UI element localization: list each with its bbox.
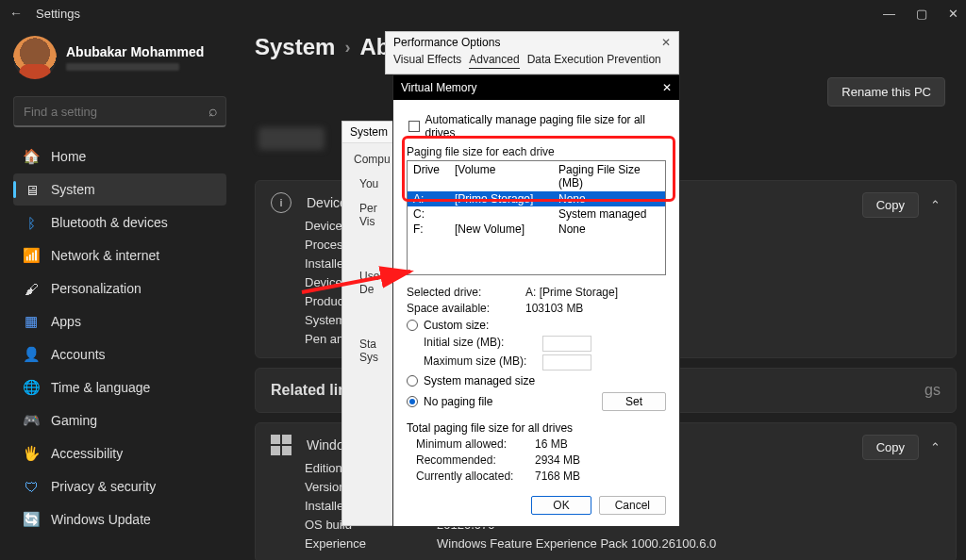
drive-row-a[interactable]: A: [Prime Storage] None [408, 191, 665, 206]
minimize-icon[interactable]: ― [883, 7, 895, 21]
sidebar-item-label: Personalization [51, 281, 142, 296]
system-managed-radio[interactable]: System managed size [407, 374, 666, 387]
back-icon[interactable]: ← [9, 6, 23, 21]
maximize-icon[interactable]: ▢ [916, 7, 927, 21]
search-box[interactable]: ⌕ [13, 96, 226, 127]
drive-row-f[interactable]: F: [New Volume] None [408, 222, 665, 237]
sidebar-item-gaming[interactable]: 🎮Gaming [13, 404, 226, 436]
min-value: 16 MB [535, 437, 568, 451]
sidebar-item-apps[interactable]: ▦Apps [13, 305, 226, 338]
max-size-input[interactable] [542, 354, 591, 371]
sidebar: Abubakar Mohammed ⌕ 🏠Home 🖥System ᛒBluet… [0, 25, 236, 560]
home-icon: 🏠 [23, 148, 40, 165]
close-icon[interactable]: ✕ [661, 36, 671, 49]
user-row[interactable]: Abubakar Mohammed [13, 30, 226, 92]
drive-row-c[interactable]: C: System managed [408, 206, 665, 222]
cell: [New Volume] [455, 222, 558, 236]
accessibility-icon: 🖐 [23, 445, 40, 462]
shield-icon: 🛡 [23, 478, 40, 495]
col-drive: Drive [413, 163, 455, 189]
cell: None [558, 192, 659, 206]
rename-pc-button[interactable]: Rename this PC [827, 77, 945, 107]
spec-label: Experience [305, 536, 399, 551]
initial-size-input[interactable] [542, 336, 591, 352]
sidebar-item-personalization[interactable]: 🖌Personalization [13, 272, 226, 305]
sidebar-item-home[interactable]: 🏠Home [13, 140, 226, 173]
set-button[interactable]: Set [602, 392, 666, 411]
drive-list-header: Drive [Volume Paging File Size (MB) [408, 161, 665, 191]
gamepad-icon: 🎮 [23, 412, 40, 429]
initial-size-label: Initial size (MB): [424, 336, 537, 352]
close-icon[interactable]: ✕ [662, 81, 672, 94]
chevron-up-icon[interactable]: ⌃ [930, 440, 941, 454]
info-icon: i [271, 192, 291, 213]
copy-label: Copy [876, 440, 905, 454]
tab-advanced[interactable]: Advanced [469, 53, 519, 69]
rec-value: 2934 MB [535, 453, 580, 467]
auto-manage-label: Automatically manage paging file size fo… [425, 113, 667, 140]
pc-name-redacted [258, 127, 325, 150]
user-name: Abubakar Mohammed [66, 44, 204, 59]
col-volume: [Volume [455, 163, 558, 189]
no-paging-label: No paging file [424, 395, 492, 408]
sidebar-item-time[interactable]: 🌐Time & language [13, 371, 226, 404]
spec-value: Windows Feature Experience Pack 1000.261… [437, 536, 716, 551]
brush-icon: 🖌 [23, 280, 40, 297]
accounts-icon: 👤 [23, 346, 40, 363]
settings-window: ← Settings ― ▢ ✕ Abubakar Mohammed ⌕ 🏠Ho… [0, 0, 966, 560]
sidebar-item-label: Bluetooth & devices [51, 215, 168, 230]
breadcrumb: System › Ab [255, 34, 390, 60]
sidebar-item-label: Home [51, 149, 86, 164]
radio-icon [407, 396, 418, 407]
rec-label: Recommended: [416, 453, 529, 467]
virtual-memory-dialog[interactable]: Virtual Memory ✕ Automatically manage pa… [392, 74, 680, 527]
sidebar-item-accessibility[interactable]: 🖐Accessibility [13, 437, 226, 469]
cur-value: 7168 MB [535, 469, 580, 483]
sidebar-item-bluetooth[interactable]: ᛒBluetooth & devices [13, 206, 226, 239]
chevron-up-icon[interactable]: ⌃ [930, 198, 941, 212]
sidebar-item-accounts[interactable]: 👤Accounts [13, 338, 226, 371]
selected-drive-value: A: [Prime Storage] [525, 286, 618, 299]
tab-dep[interactable]: Data Execution Prevention [527, 53, 661, 69]
related-links-title: Related lin [271, 382, 347, 399]
vm-title: Virtual Memory [401, 81, 476, 94]
sidebar-item-network[interactable]: 📶Network & internet [13, 239, 226, 272]
sidebar-item-update[interactable]: 🔄Windows Update [13, 503, 226, 535]
no-paging-radio[interactable]: No paging file [407, 395, 492, 408]
sidebar-item-label: Accounts [51, 347, 106, 362]
breadcrumb-root[interactable]: System [255, 34, 335, 60]
sidebar-item-label: Windows Update [51, 512, 151, 527]
sysprops-title: System [350, 125, 388, 139]
search-input[interactable] [22, 104, 208, 120]
sidebar-item-label: Network & internet [51, 248, 159, 263]
spec-label: Edition [305, 461, 342, 475]
col-pfs: Paging File Size (MB) [558, 163, 659, 189]
performance-options-dialog[interactable]: Performance Options ✕ Visual Effects Adv… [385, 31, 679, 74]
drive-list[interactable]: Drive [Volume Paging File Size (MB) A: [… [407, 160, 666, 275]
totals-title: Total paging file size for all drives [407, 421, 666, 435]
space-value: 103103 MB [525, 302, 583, 315]
sidebar-item-label: Gaming [51, 413, 97, 428]
tab-visual-effects[interactable]: Visual Effects [393, 53, 461, 69]
group-label: Paging file size for each drive [407, 145, 666, 158]
cancel-button[interactable]: Cancel [599, 496, 666, 515]
apps-icon: ▦ [23, 313, 40, 330]
copy-button[interactable]: Copy [862, 192, 919, 218]
avatar [13, 36, 57, 79]
system-managed-label: System managed size [424, 374, 535, 387]
cell: A: [413, 192, 455, 206]
windows-icon [271, 435, 291, 455]
close-icon[interactable]: ✕ [948, 7, 958, 21]
auto-manage-checkbox[interactable]: Automatically manage paging file size fo… [408, 113, 666, 140]
custom-size-radio[interactable]: Custom size: [407, 319, 666, 332]
perfopt-title: Performance Options [393, 36, 500, 49]
titlebar: ← Settings ― ▢ ✕ [0, 0, 966, 25]
sidebar-item-system[interactable]: 🖥System [13, 173, 226, 206]
cell: C: [413, 207, 455, 221]
ok-button[interactable]: OK [531, 496, 591, 515]
cell: F: [413, 222, 455, 236]
copy-button[interactable]: Copy [862, 435, 919, 460]
wifi-icon: 📶 [23, 247, 40, 264]
sidebar-item-label: Apps [51, 314, 81, 329]
sidebar-item-privacy[interactable]: 🛡Privacy & security [13, 470, 226, 502]
